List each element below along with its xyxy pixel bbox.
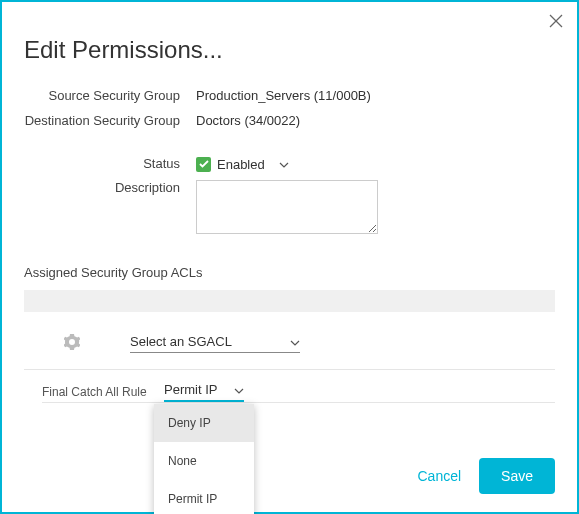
status-dropdown[interactable]: Enabled — [196, 157, 289, 172]
close-icon[interactable] — [549, 12, 563, 33]
source-group-row: Source Security Group Production_Servers… — [24, 88, 555, 103]
chevron-down-icon — [234, 382, 244, 397]
acl-section-label: Assigned Security Group ACLs — [2, 247, 577, 280]
catch-all-label: Final Catch All Rule — [42, 385, 164, 399]
catch-all-value: Permit IP — [164, 382, 217, 397]
chevron-down-icon — [290, 334, 300, 349]
status-label: Status — [24, 156, 196, 171]
catch-all-dropdown: Deny IPNonePermit IP — [154, 404, 254, 515]
sgacl-select[interactable]: Select an SGACL — [130, 334, 300, 353]
status-row: Status Enabled — [24, 156, 555, 172]
catch-all-row: Final Catch All Rule Permit IP Deny IPNo… — [42, 382, 555, 403]
check-icon — [196, 157, 211, 172]
status-text: Enabled — [217, 157, 265, 172]
source-group-value: Production_Servers (11/000B) — [196, 88, 555, 103]
acl-header-bar — [24, 290, 555, 312]
chevron-down-icon — [279, 158, 289, 170]
edit-permissions-modal: Edit Permissions... Source Security Grou… — [0, 0, 579, 514]
footer: Cancel Save — [417, 458, 555, 494]
catch-all-select[interactable]: Permit IP Deny IPNonePermit IP — [164, 382, 244, 402]
dropdown-option[interactable]: Permit IP — [154, 480, 254, 515]
source-group-label: Source Security Group — [24, 88, 196, 103]
save-button[interactable]: Save — [479, 458, 555, 494]
status-value-wrap: Enabled — [196, 156, 555, 172]
cancel-button[interactable]: Cancel — [417, 468, 461, 484]
dest-group-row: Destination Security Group Doctors (34/0… — [24, 113, 555, 128]
dest-group-value: Doctors (34/0022) — [196, 113, 555, 128]
dropdown-option[interactable]: None — [154, 442, 254, 480]
sgacl-row: Select an SGACL — [24, 334, 555, 370]
description-value-wrap — [196, 180, 555, 237]
sgacl-select-placeholder: Select an SGACL — [130, 334, 232, 349]
description-input[interactable] — [196, 180, 378, 234]
gear-icon[interactable] — [64, 334, 80, 353]
dest-group-label: Destination Security Group — [24, 113, 196, 128]
description-label: Description — [24, 180, 196, 195]
modal-title: Edit Permissions... — [2, 2, 577, 64]
description-row: Description — [24, 180, 555, 237]
form-area: Source Security Group Production_Servers… — [2, 64, 577, 237]
dropdown-option[interactable]: Deny IP — [154, 404, 254, 442]
